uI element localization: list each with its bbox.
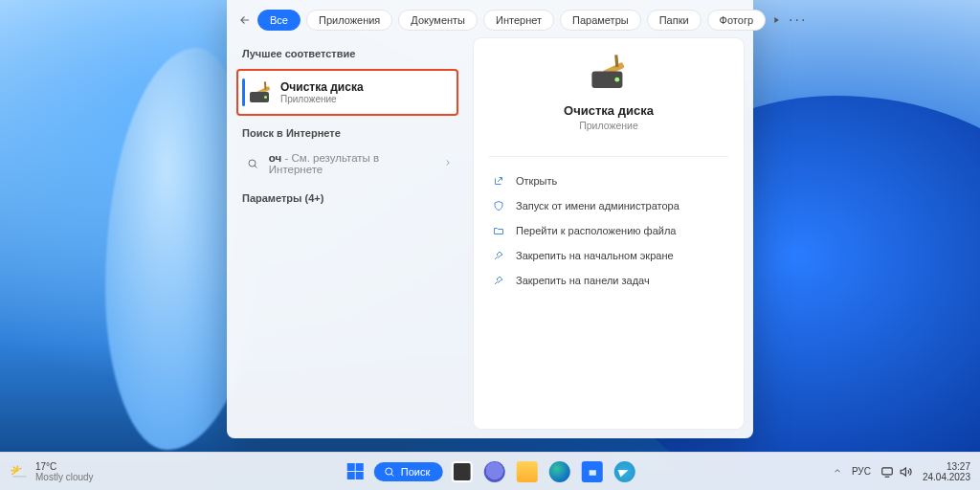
tab-apps[interactable]: Приложения: [306, 10, 392, 31]
tab-documents[interactable]: Документы: [398, 10, 478, 31]
search-results-left: Лучшее соответствие Очистка диска Прилож…: [227, 36, 468, 438]
explorer-icon[interactable]: [514, 458, 541, 485]
best-match-header: Лучшее соответствие: [227, 44, 468, 65]
action-label: Перейти к расположению файла: [516, 225, 676, 236]
preview-title: Очистка диска: [564, 103, 654, 118]
action-open-location[interactable]: Перейти к расположению файла: [474, 218, 744, 243]
preview-subtitle: Приложение: [579, 120, 638, 131]
tabs-overflow-icon[interactable]: ···: [789, 11, 807, 29]
tab-photos[interactable]: Фотогр: [707, 10, 766, 31]
tab-all[interactable]: Все: [257, 10, 301, 31]
system-tray[interactable]: [880, 465, 913, 479]
action-run-admin[interactable]: Запуск от имени администратора: [474, 193, 744, 218]
disk-cleanup-icon: [591, 57, 625, 88]
chat-icon[interactable]: [481, 458, 508, 485]
settings-header[interactable]: Параметры (4+): [227, 189, 468, 210]
tab-internet[interactable]: Интернет: [483, 10, 554, 31]
taskbar-weather[interactable]: ⛅ 17°C Mostly cloudy: [10, 461, 94, 482]
web-search-row[interactable]: оч - См. результаты в Интернете: [227, 145, 468, 183]
start-button[interactable]: [342, 458, 368, 485]
action-label: Запуск от имени администратора: [516, 200, 679, 212]
taskbar-right: РУС 13:27 24.04.2023: [833, 461, 970, 482]
search-tabs: Все Приложения Документы Интернет Параме…: [227, 0, 753, 36]
action-label: Закрепить на панели задач: [516, 275, 650, 286]
taskbar-search[interactable]: Поиск: [374, 462, 443, 481]
search-preview-pane: Очистка диска Приложение Открыть Запуск …: [474, 38, 744, 429]
weather-icon: ⛅: [10, 463, 28, 480]
result-title: Очистка диска: [280, 80, 364, 94]
best-match-result[interactable]: Очистка диска Приложение: [236, 69, 458, 116]
web-hint: - См. результаты в Интернете: [269, 152, 379, 175]
web-query: оч: [269, 152, 281, 164]
tab-settings[interactable]: Параметры: [560, 10, 641, 31]
disk-cleanup-icon: [250, 83, 271, 102]
taskbar-clock[interactable]: 13:27 24.04.2023: [923, 461, 970, 482]
pin-icon: [493, 250, 506, 261]
language-indicator[interactable]: РУС: [852, 466, 871, 477]
network-icon: [880, 465, 894, 479]
action-open[interactable]: Открыть: [474, 168, 744, 193]
open-icon: [493, 175, 506, 187]
clock-time: 13:27: [923, 461, 970, 472]
weather-desc: Mostly cloudy: [35, 472, 94, 482]
svg-rect-2: [882, 467, 893, 474]
web-search-header: Поиск в Интернете: [227, 123, 468, 145]
taskbar-center: Поиск: [342, 458, 638, 485]
preview-hero: Очистка диска Приложение: [474, 38, 744, 145]
shield-icon: [493, 200, 506, 212]
svg-point-1: [386, 468, 392, 475]
svg-point-0: [249, 160, 256, 167]
folder-icon: [493, 225, 506, 236]
chevron-right-icon: [443, 158, 453, 169]
action-pin-start[interactable]: Закрепить на начальном экране: [474, 243, 744, 268]
task-view-icon[interactable]: [449, 458, 476, 485]
taskbar-search-label: Поиск: [401, 466, 430, 478]
store-icon[interactable]: [579, 458, 606, 485]
taskbar: ⛅ 17°C Mostly cloudy Поиск РУС 13:27: [0, 452, 980, 490]
search-panel: Все Приложения Документы Интернет Параме…: [227, 0, 753, 438]
result-subtitle: Приложение: [280, 94, 364, 104]
action-pin-taskbar[interactable]: Закрепить на панели задач: [474, 268, 744, 293]
system-tray-chevron[interactable]: [833, 466, 842, 478]
divider: [489, 156, 728, 157]
edge-icon[interactable]: [546, 458, 573, 485]
clock-date: 24.04.2023: [923, 472, 970, 482]
tabs-scroll-right-icon[interactable]: [771, 15, 781, 25]
pin-icon: [493, 275, 506, 286]
back-button[interactable]: [238, 10, 252, 31]
action-label: Открыть: [516, 175, 557, 187]
action-label: Закрепить на начальном экране: [516, 250, 674, 261]
search-icon: [246, 158, 259, 169]
tab-folders[interactable]: Папки: [647, 10, 702, 31]
volume-icon: [900, 465, 913, 479]
telegram-icon[interactable]: [612, 458, 638, 485]
selection-indicator: [242, 78, 245, 106]
weather-temp: 17°C: [35, 461, 94, 472]
